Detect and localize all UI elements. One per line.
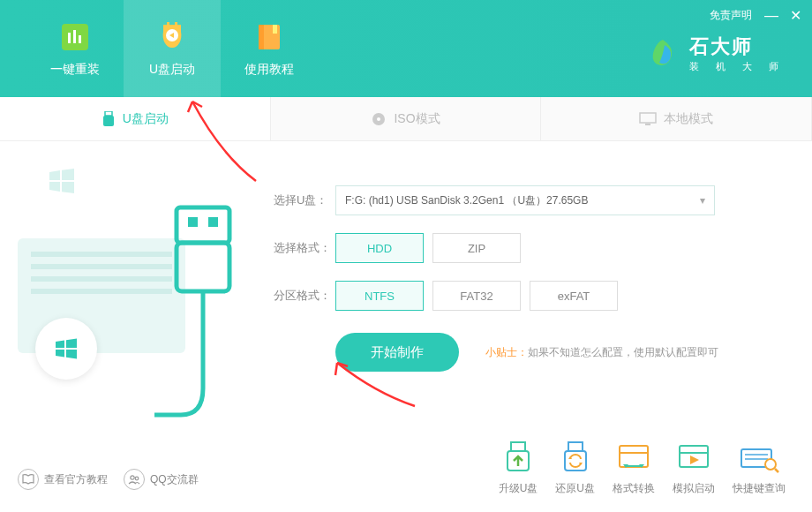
action-label: 格式转换	[613, 481, 655, 496]
svg-line-30	[775, 469, 778, 472]
shield-icon	[154, 19, 190, 55]
tip: 小贴士：如果不知道怎么配置，使用默认配置即可	[485, 345, 718, 360]
brand: 石大师 装 机 大 师	[645, 34, 786, 73]
minimize-icon[interactable]: —	[764, 8, 777, 24]
brand-logo-icon	[645, 36, 680, 72]
book-icon	[252, 19, 287, 55]
partition-exfat[interactable]: exFAT	[530, 281, 618, 311]
svg-rect-20	[511, 442, 525, 451]
svg-rect-24	[620, 446, 648, 467]
bottom-actions: 升级U盘 还原U盘 格式转换 模拟启动 快捷键查询	[499, 440, 786, 496]
svg-rect-10	[105, 111, 112, 116]
svg-rect-11	[103, 116, 114, 126]
svg-rect-2	[73, 30, 76, 43]
chevron-down-icon: ▾	[700, 194, 705, 207]
action-label: 模拟启动	[673, 481, 715, 496]
action-format-convert[interactable]: 格式转换	[613, 440, 655, 496]
book-open-icon	[18, 469, 39, 490]
window-controls: 免责声明 — ✕	[710, 7, 801, 24]
action-hotkey-lookup[interactable]: 快捷键查询	[733, 440, 786, 496]
svg-rect-9	[273, 25, 277, 34]
disk-row: 选择U盘： F:G: (hd1) USB SanDisk 3.2Gen1 （U盘…	[274, 185, 777, 215]
svg-rect-3	[79, 35, 81, 43]
nav-label: 使用教程	[244, 62, 294, 78]
svg-rect-14	[640, 113, 656, 123]
action-upgrade-usb[interactable]: 升级U盘	[499, 440, 538, 496]
windows-faded-icon	[44, 163, 79, 199]
tab-usb-boot[interactable]: U盘启动	[0, 97, 271, 140]
tab-local[interactable]: 本地模式	[541, 97, 812, 140]
svg-rect-17	[177, 243, 229, 291]
nav-usb-boot[interactable]: U盘启动	[124, 0, 221, 97]
tab-label: U盘启动	[123, 111, 169, 127]
format-hdd[interactable]: HDD	[335, 233, 424, 263]
main-content: 选择U盘： F:G: (hd1) USB SanDisk 3.2Gen1 （U盘…	[0, 141, 812, 459]
tab-iso[interactable]: ISO模式	[271, 97, 542, 140]
disclaimer-link[interactable]: 免责声明	[710, 8, 752, 23]
qq-group-link[interactable]: QQ交流群	[124, 469, 199, 490]
usb-icon	[102, 111, 116, 127]
nav-reinstall[interactable]: 一键重装	[26, 0, 124, 97]
monitor-icon	[639, 112, 657, 126]
action-label: 快捷键查询	[733, 481, 786, 496]
nav-label: U盘启动	[149, 62, 195, 78]
nav-label: 一键重装	[50, 62, 100, 78]
tabs: U盘启动 ISO模式 本地模式	[0, 97, 812, 141]
format-zip[interactable]: ZIP	[432, 233, 521, 263]
nav-tutorial[interactable]: 使用教程	[221, 0, 318, 97]
keyboard-search-icon	[738, 440, 780, 476]
svg-point-13	[377, 117, 380, 121]
svg-point-31	[131, 476, 134, 479]
svg-rect-15	[645, 124, 650, 125]
svg-rect-16	[177, 207, 229, 243]
svg-rect-18	[188, 217, 198, 227]
partition-row: 分区格式： NTFS FAT32 exFAT	[274, 281, 777, 311]
action-label: 还原U盘	[555, 481, 595, 496]
svg-rect-5	[175, 22, 177, 26]
footer-links: 查看官方教程 QQ交流群	[18, 469, 199, 490]
official-tutorial-link[interactable]: 查看官方教程	[18, 469, 108, 490]
svg-rect-22	[568, 442, 583, 451]
svg-rect-1	[68, 33, 71, 43]
tip-text: 如果不知道怎么配置，使用默认配置即可	[528, 346, 718, 358]
svg-rect-8	[259, 25, 264, 49]
action-row: 开始制作 小贴士：如果不知道怎么配置，使用默认配置即可	[335, 333, 777, 372]
svg-rect-25	[680, 446, 708, 467]
svg-rect-19	[208, 217, 218, 227]
partition-fat32[interactable]: FAT32	[432, 281, 521, 311]
usb-cable-icon	[154, 203, 252, 450]
format-label: 选择格式：	[274, 240, 335, 256]
disk-label: 选择U盘：	[274, 192, 335, 208]
header: 免责声明 — ✕ 一键重装 U盘启动 使用教程 石大师 装 机 大 师	[0, 0, 812, 97]
tab-label: ISO模式	[394, 111, 440, 127]
brand-text: 石大师 装 机 大 师	[689, 34, 786, 73]
nav: 一键重装 U盘启动 使用教程	[0, 0, 318, 97]
tab-label: 本地模式	[664, 111, 713, 127]
footer-label: 查看官方教程	[44, 472, 108, 487]
start-button[interactable]: 开始制作	[335, 333, 459, 372]
close-icon[interactable]: ✕	[789, 7, 801, 24]
people-icon	[124, 469, 145, 490]
windows-circle-icon	[35, 318, 97, 380]
svg-point-32	[135, 477, 139, 480]
action-restore-usb[interactable]: 还原U盘	[555, 440, 595, 496]
play-screen-icon	[674, 440, 713, 476]
svg-point-29	[765, 459, 776, 470]
action-label: 升级U盘	[499, 481, 538, 496]
partition-ntfs[interactable]: NTFS	[335, 281, 424, 311]
convert-icon	[614, 440, 653, 476]
iso-icon	[371, 111, 387, 127]
format-row: 选择格式： HDD ZIP	[274, 233, 777, 263]
disk-value: F:G: (hd1) USB SanDisk 3.2Gen1 （U盘）27.65…	[345, 193, 588, 208]
usb-up-icon	[499, 440, 538, 476]
action-simulate-boot[interactable]: 模拟启动	[673, 440, 715, 496]
usb-sync-icon	[556, 440, 595, 476]
disk-select[interactable]: F:G: (hd1) USB SanDisk 3.2Gen1 （U盘）27.65…	[335, 185, 715, 215]
brand-title: 石大师	[689, 34, 786, 60]
bar-chart-icon	[57, 19, 93, 55]
partition-label: 分区格式：	[274, 288, 335, 304]
illustration	[0, 141, 256, 459]
svg-rect-4	[167, 22, 169, 26]
tip-label: 小贴士：	[485, 346, 528, 358]
brand-subtitle: 装 机 大 师	[689, 60, 786, 73]
